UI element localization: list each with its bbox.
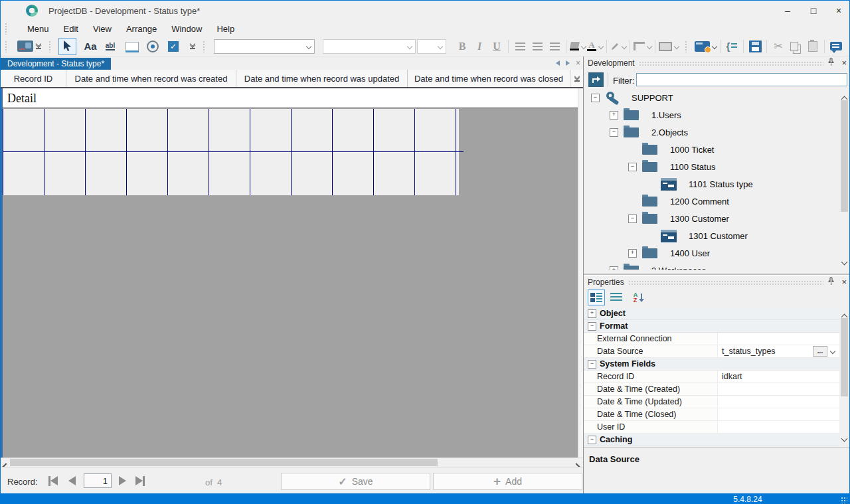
list-view-button[interactable] xyxy=(608,290,625,305)
prop-value[interactable] xyxy=(718,396,839,408)
field-header-record-id[interactable]: Record ID xyxy=(1,70,66,87)
prop-value[interactable] xyxy=(718,383,839,395)
tree-scroll-thumb[interactable] xyxy=(841,100,848,212)
style-combobox[interactable] xyxy=(214,39,315,54)
cut-button[interactable]: ✂ xyxy=(770,38,786,55)
font-color-button[interactable]: A xyxy=(587,38,603,55)
ellipsis-button[interactable]: ... xyxy=(813,346,827,357)
label-tool-button[interactable]: Aa xyxy=(82,38,98,55)
border-button[interactable] xyxy=(659,38,679,55)
menu-window[interactable]: Window xyxy=(164,22,209,36)
prop-value[interactable]: t_status_types... xyxy=(718,345,839,357)
menu-view[interactable]: View xyxy=(86,22,119,36)
detail-band-header[interactable]: Detail xyxy=(3,88,583,108)
prop-value[interactable] xyxy=(718,421,839,433)
panel-close-icon[interactable]: × xyxy=(841,59,847,67)
section-expander[interactable]: − xyxy=(588,436,596,444)
last-record-button[interactable] xyxy=(135,474,145,487)
panel-close-icon[interactable]: × xyxy=(841,278,847,286)
categorized-view-button[interactable] xyxy=(588,290,605,305)
prop-row-date-time-created[interactable]: Date & Time (Created) xyxy=(584,383,839,396)
comments-button[interactable] xyxy=(828,38,844,55)
sort-alphabetical-button[interactable]: AZ xyxy=(630,290,647,305)
italic-button[interactable]: I xyxy=(471,38,487,55)
font-combobox[interactable] xyxy=(323,39,416,54)
pointer-tool-button[interactable] xyxy=(58,38,76,55)
prop-row-user-id[interactable]: User ID xyxy=(584,421,839,434)
line-color-button[interactable] xyxy=(610,38,626,55)
tree-item-1200-comment[interactable]: 1200 Comment xyxy=(584,193,839,210)
field-header-overflow[interactable] xyxy=(570,70,583,87)
tree-item-1301-customer[interactable]: 1301 Customer xyxy=(584,227,839,244)
tree-item-1101-status-type[interactable]: 1101 Status type xyxy=(584,175,839,193)
scroll-down-icon[interactable] xyxy=(842,255,847,267)
tree-expander[interactable]: − xyxy=(610,128,618,137)
tree-expander[interactable]: − xyxy=(628,163,637,171)
save-record-button[interactable]: ✓ Save xyxy=(281,473,430,490)
tools-overflow-icon[interactable] xyxy=(190,43,195,49)
tree-expander[interactable]: + xyxy=(610,266,618,270)
prop-row-data-source[interactable]: Data Sourcet_status_types... xyxy=(584,345,839,358)
prop-value[interactable]: idkart xyxy=(718,371,839,382)
prop-row-date-time-closed[interactable]: Date & Time (Closed) xyxy=(584,408,839,421)
scroll-down-icon[interactable] xyxy=(842,432,847,444)
prop-section-object[interactable]: +Object xyxy=(584,307,839,320)
tab-close-icon[interactable]: × xyxy=(576,60,580,66)
field-header-date-and-time-when-record-was-closed[interactable]: Date and time when record was closed xyxy=(408,70,570,87)
detail-band-grid[interactable] xyxy=(3,109,459,195)
tab-scroll-right-icon[interactable] xyxy=(566,60,570,66)
maximize-button[interactable]: □ xyxy=(803,3,824,19)
prop-section-system-fields[interactable]: −System Fields xyxy=(584,358,839,371)
previous-record-button[interactable] xyxy=(68,474,76,487)
align-right-button[interactable] xyxy=(547,38,562,55)
font-size-combobox[interactable] xyxy=(417,39,446,54)
close-button[interactable]: × xyxy=(828,3,849,19)
field-header-date-and-time-when-record-was-updated[interactable]: Date and time when record was updated xyxy=(236,70,408,87)
tree-item-1-users[interactable]: +1.Users xyxy=(584,106,839,124)
prop-row-date-time-updated[interactable]: Date & Time (Updated) xyxy=(584,396,839,408)
border-style-button[interactable] xyxy=(634,38,651,55)
prop-section-format[interactable]: −Format xyxy=(584,320,839,333)
tree-item-support[interactable]: −SUPPORT xyxy=(584,89,839,106)
save-button[interactable] xyxy=(747,38,763,55)
menu-help[interactable]: Help xyxy=(209,22,242,36)
fields-list-button[interactable]: { xyxy=(724,38,740,55)
menu-edit[interactable]: Edit xyxy=(56,22,86,36)
canvas-horizontal-scrollbar[interactable] xyxy=(1,458,583,467)
underline-button[interactable]: U xyxy=(489,38,505,55)
radio-tool-button[interactable] xyxy=(145,38,161,55)
section-expander[interactable]: + xyxy=(588,309,596,318)
properties-scroll-thumb[interactable] xyxy=(841,318,848,396)
align-left-button[interactable] xyxy=(512,38,528,55)
menu-arrange[interactable]: Arrange xyxy=(119,22,164,36)
section-expander[interactable]: − xyxy=(588,322,596,331)
section-expander[interactable]: − xyxy=(588,360,596,369)
panel-splitter[interactable] xyxy=(584,274,850,276)
checkbox-tool-button[interactable]: ✓ xyxy=(165,38,181,55)
pin-icon[interactable] xyxy=(827,57,835,69)
add-record-button[interactable]: + Add xyxy=(433,473,582,490)
tree-expander[interactable]: + xyxy=(610,111,618,120)
menu-menu[interactable]: Menu xyxy=(20,22,56,36)
prop-value[interactable] xyxy=(718,408,839,420)
first-record-button[interactable] xyxy=(48,474,58,487)
pin-icon[interactable] xyxy=(827,276,835,288)
prop-row-record-id[interactable]: Record IDidkart xyxy=(584,371,839,383)
tree-item-1400-user[interactable]: +1400 User xyxy=(584,244,839,262)
design-canvas[interactable]: Detail xyxy=(1,88,583,458)
field-header-date-and-time-when-record-was-created[interactable]: Date and time when record was created xyxy=(66,70,236,87)
record-number-input[interactable] xyxy=(84,473,112,488)
tree-item-2-objects[interactable]: −2.Objects xyxy=(584,124,839,141)
canvas-vertical-scrollbar[interactable] xyxy=(578,88,583,458)
prop-value[interactable] xyxy=(718,333,839,345)
tree-item-1300-customer[interactable]: −1300 Customer xyxy=(584,210,839,227)
tree-item-1000-ticket[interactable]: 1000 Ticket xyxy=(584,141,839,158)
tree-item-1100-status[interactable]: −1100 Status xyxy=(584,158,839,175)
tree-expander[interactable]: + xyxy=(628,249,637,258)
copy-button[interactable] xyxy=(788,38,804,55)
hscroll-thumb[interactable] xyxy=(10,459,438,466)
next-record-button[interactable] xyxy=(119,474,126,487)
tree-expander[interactable]: − xyxy=(591,94,600,102)
prop-section-caching[interactable]: −Caching xyxy=(584,434,839,446)
object-view-button[interactable] xyxy=(695,38,717,55)
